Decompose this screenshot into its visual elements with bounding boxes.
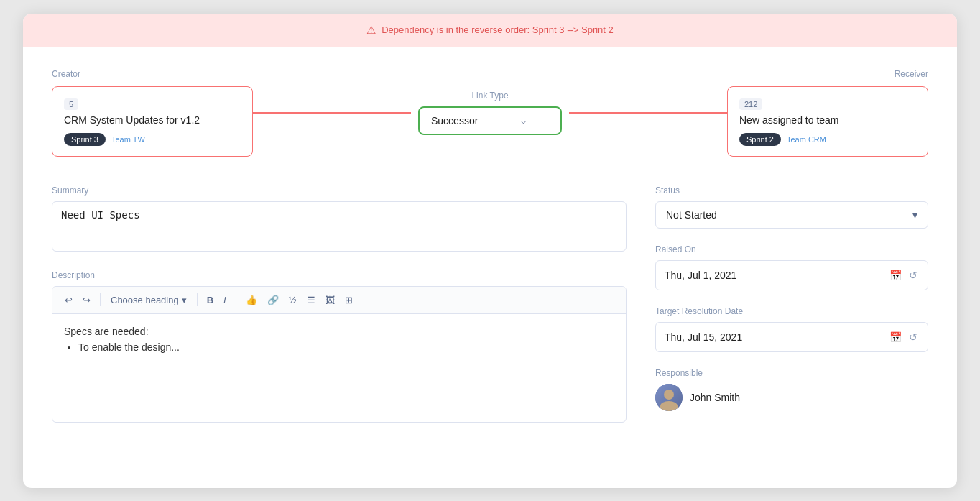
toolbar-separator-3: [236, 293, 236, 306]
heading-select-button[interactable]: Choose heading ▾: [106, 293, 191, 308]
responsible-field-group: Responsible John Smith: [655, 368, 928, 411]
creator-card: 5 CRM System Updates for v1.2 Sprint 3 T…: [52, 86, 253, 157]
creator-sprint-tag: Sprint 3: [64, 133, 106, 146]
content-area: Creator 5 CRM System Updates for v1.2 Sp…: [23, 47, 957, 460]
target-date-label: Target Resolution Date: [655, 306, 928, 316]
responsible-row: John Smith: [655, 384, 928, 411]
creator-team-tag: Team TW: [111, 135, 145, 144]
target-date-reset-button[interactable]: ↺: [907, 330, 919, 344]
creator-id: 5: [64, 98, 78, 110]
undo-button[interactable]: ↩: [61, 293, 76, 308]
warning-icon: ⚠: [366, 24, 376, 37]
creator-label: Creator: [52, 69, 253, 79]
target-date-actions: 📅 ↺: [888, 330, 919, 344]
connector-right: [569, 112, 727, 114]
summary-field-group: Summary: [52, 185, 627, 254]
receiver-id: 212: [739, 98, 762, 110]
unordered-list-button[interactable]: ☰: [303, 293, 319, 308]
unordered-list-icon: ☰: [307, 295, 315, 305]
calendar-icon: 📅: [889, 270, 902, 281]
raised-on-reset-button[interactable]: ↺: [907, 268, 919, 282]
editor-body[interactable]: Specs are needed: To enable the design..…: [52, 314, 626, 422]
chevron-down-icon: ⌵: [521, 116, 549, 126]
receiver-sprint-tag: Sprint 2: [739, 133, 781, 146]
target-date-input: Thu, Jul 15, 2021 📅 ↺: [655, 322, 928, 352]
bold-button[interactable]: B: [203, 293, 217, 308]
image-button[interactable]: 🖼: [322, 293, 338, 308]
banner-text: Dependency is in the reverse order: Spri…: [382, 24, 614, 35]
raised-on-field-group: Raised On Thu, Jul 1, 2021 📅 ↺: [655, 244, 928, 290]
link-type-select[interactable]: Successor ⌵: [418, 106, 562, 135]
italic-button[interactable]: I: [220, 293, 230, 308]
form-left: Summary Description ↩ ↪ Choose heading: [52, 185, 627, 438]
table-icon: ⊞: [345, 295, 353, 305]
target-reset-icon: ↺: [909, 331, 917, 343]
receiver-team-tag: Team CRM: [787, 135, 826, 144]
main-card: ⚠ Dependency is in the reverse order: Sp…: [23, 14, 957, 488]
dependency-row: Creator 5 CRM System Updates for v1.2 Sp…: [52, 69, 928, 157]
status-field-group: Status Not Started ▾: [655, 185, 928, 229]
target-date-calendar-button[interactable]: 📅: [888, 330, 903, 344]
target-date-value: Thu, Jul 15, 2021: [665, 331, 888, 343]
receiver-label: Receiver: [895, 69, 928, 79]
raised-on-input: Thu, Jul 1, 2021 📅 ↺: [655, 260, 928, 290]
receiver-card: 212 New assigned to team Sprint 2 Team C…: [727, 86, 928, 157]
description-text: Specs are needed:: [64, 326, 614, 337]
link-icon: 🔗: [267, 295, 279, 305]
summary-input[interactable]: [52, 201, 627, 252]
receiver-title: New assigned to team: [739, 114, 916, 126]
heading-select-label: Choose heading: [111, 295, 179, 305]
redo-button[interactable]: ↪: [79, 293, 94, 308]
responsible-label: Responsible: [655, 368, 928, 378]
warning-banner: ⚠ Dependency is in the reverse order: Sp…: [23, 14, 957, 47]
link-button[interactable]: 🔗: [264, 293, 282, 308]
reset-icon: ↺: [909, 270, 917, 281]
responsible-name: John Smith: [690, 392, 740, 403]
target-calendar-icon: 📅: [889, 331, 902, 343]
editor-toolbar: ↩ ↪ Choose heading ▾ B I 👍: [52, 287, 626, 314]
toolbar-separator-1: [100, 293, 101, 306]
receiver-section: Receiver 212 New assigned to team Sprint…: [727, 69, 928, 157]
toolbar-separator-2: [197, 293, 198, 306]
status-label: Status: [655, 185, 928, 196]
description-label: Description: [52, 270, 627, 280]
table-button[interactable]: ⊞: [341, 293, 356, 308]
status-chevron-icon: ▾: [912, 209, 917, 221]
summary-label: Summary: [52, 185, 627, 196]
heading-chevron-icon: ▾: [182, 295, 187, 305]
target-date-field-group: Target Resolution Date Thu, Jul 15, 2021…: [655, 306, 928, 352]
creator-title: CRM System Updates for v1.2: [64, 114, 241, 126]
ordered-list-icon: ½: [289, 295, 297, 305]
raised-on-calendar-button[interactable]: 📅: [888, 268, 903, 282]
raised-on-actions: 📅 ↺: [888, 268, 919, 282]
link-type-section: Link Type Successor ⌵: [411, 91, 569, 135]
creator-tags: Sprint 3 Team TW: [64, 133, 241, 146]
link-type-value: Successor: [431, 115, 478, 127]
ordered-list-button[interactable]: ½: [285, 293, 300, 308]
status-value: Not Started: [666, 209, 717, 221]
connector-left: [253, 112, 411, 114]
avatar-image: [655, 384, 683, 411]
status-select[interactable]: Not Started ▾: [655, 201, 928, 229]
thumbsup-button[interactable]: 👍: [242, 293, 261, 308]
avatar: [655, 384, 683, 411]
creator-section: Creator 5 CRM System Updates for v1.2 Sp…: [52, 69, 253, 157]
image-icon: 🖼: [325, 295, 335, 305]
description-editor: ↩ ↪ Choose heading ▾ B I 👍: [52, 286, 627, 423]
link-type-label: Link Type: [471, 91, 508, 101]
raised-on-label: Raised On: [655, 244, 928, 254]
description-field-group: Description ↩ ↪ Choose heading ▾ B: [52, 270, 627, 423]
form-section: Summary Description ↩ ↪ Choose heading: [52, 185, 928, 438]
form-right: Status Not Started ▾ Raised On Thu, Jul …: [655, 185, 928, 438]
raised-on-value: Thu, Jul 1, 2021: [665, 270, 888, 281]
description-bullet-1: To enable the design...: [78, 341, 614, 353]
receiver-tags: Sprint 2 Team CRM: [739, 133, 916, 146]
